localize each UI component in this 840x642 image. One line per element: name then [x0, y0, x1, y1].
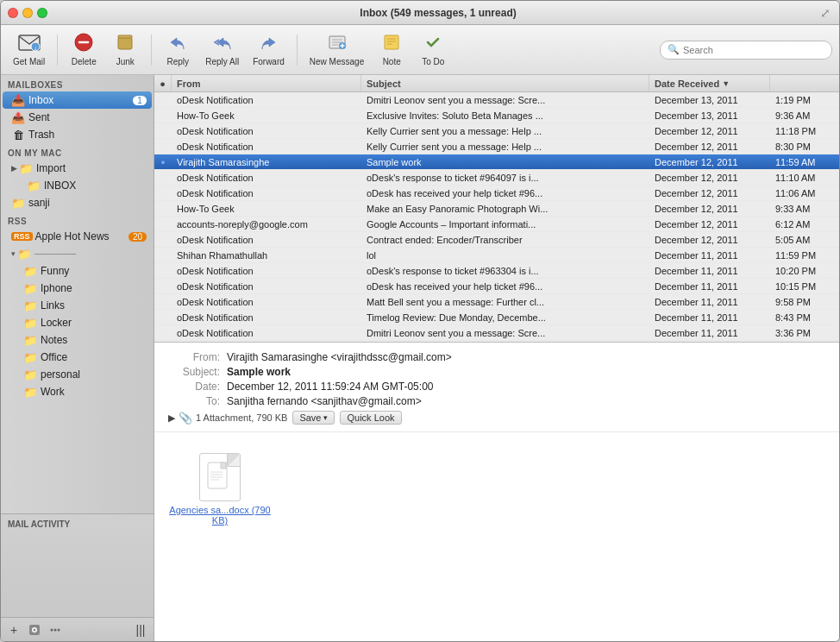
to-do-button[interactable]: To Do [414, 29, 452, 71]
time-cell: 11:10 AM [770, 173, 839, 183]
minimize-button[interactable] [22, 8, 33, 18]
table-row[interactable]: Shihan Rhamathullah lol December 11, 201… [154, 248, 839, 263]
sidebar-item-notes[interactable]: 📁 Notes [3, 331, 152, 349]
sidebar-item-inbox-local[interactable]: 📁 INBOX [3, 177, 152, 194]
date-cell: December 13, 2011 [649, 95, 770, 105]
table-row[interactable]: oDesk Notification Kelly Currier sent yo… [154, 139, 839, 154]
svg-rect-9 [118, 35, 132, 38]
sidebar-item-iphone[interactable]: 📁 Iphone [3, 280, 152, 297]
table-row[interactable]: How-To Geek Make an Easy Panoramic Photo… [154, 201, 839, 217]
forward-label: Forward [253, 57, 285, 66]
work-icon: 📁 [23, 385, 37, 399]
resize-icon: ⤢ [820, 7, 832, 19]
mail-activity-section: MAIL ACTIVITY [1, 513, 154, 617]
time-cell: 10:20 PM [770, 266, 839, 276]
disclosure-triangle[interactable]: ▶ [168, 412, 175, 424]
table-row[interactable]: oDesk Notification oDesk's response to t… [154, 170, 839, 186]
table-row[interactable]: accounts-noreply@google.com Google Accou… [154, 217, 839, 232]
table-row[interactable]: How-To Geek Exclusive Invites: Soluto Be… [154, 108, 839, 123]
sidebar-item-trash[interactable]: 🗑 Trash [3, 126, 152, 143]
from-cell: oDesk Notification [172, 126, 361, 136]
table-row[interactable]: oDesk Notification Dmitri Leonov sent yo… [154, 325, 839, 341]
reply-all-button[interactable]: Reply All [200, 29, 244, 71]
maximize-button[interactable] [37, 8, 47, 18]
subject-cell: oDesk's response to ticket #963304 is i.… [361, 266, 649, 276]
svg-point-26 [58, 628, 60, 631]
from-cell: oDesk Notification [172, 266, 361, 276]
get-mail-label: Get Mail [13, 57, 45, 66]
table-row[interactable]: oDesk Notification Dmitri Leonov sent yo… [154, 92, 839, 108]
sidebar-item-personal[interactable]: 📁 personal [3, 366, 152, 383]
table-row[interactable]: oDesk Notification Contract ended: Encod… [154, 232, 839, 248]
sidebar-item-group[interactable]: ▾ 📁 ———— [3, 245, 152, 262]
sidebar-item-apple-hot-news[interactable]: RSS Apple Hot News 20 [3, 228, 152, 245]
from-cell: oDesk Notification [172, 142, 361, 152]
toolbar: ↓ Get Mail Delete [1, 25, 839, 75]
date-cell: December 11, 2011 [649, 250, 770, 261]
toolbar-sep-3 [297, 35, 298, 66]
get-mail-button[interactable]: ↓ Get Mail [8, 29, 50, 71]
junk-label: Junk [116, 57, 135, 66]
save-button[interactable]: Save ▾ [292, 411, 335, 425]
col-date-header[interactable]: Date Received ▼ [649, 75, 770, 91]
sidebar-item-import[interactable]: ▶ 📁 Import [3, 160, 152, 177]
resize-handle[interactable]: ||| [131, 621, 150, 639]
date-cell: December 11, 2011 [649, 266, 770, 276]
file-name[interactable]: Agencies sa...docx (790 KB) [168, 505, 272, 526]
col-from-header[interactable]: From [172, 75, 361, 91]
sanji-icon: 📁 [11, 196, 25, 210]
sidebar-item-work[interactable]: 📁 Work [3, 383, 152, 400]
note-button[interactable]: Note [373, 29, 411, 71]
toolbar-sep-1 [57, 35, 58, 66]
subject-cell: Exclusive Invites: Soluto Beta Manages .… [361, 110, 649, 121]
delete-button[interactable]: Delete [65, 29, 103, 71]
inbox-label: Inbox [28, 94, 133, 106]
quick-look-button[interactable]: Quick Look [340, 411, 401, 425]
sidebar-item-office[interactable]: 📁 Office [3, 349, 152, 366]
apple-hot-news-label: Apple Hot News [35, 230, 129, 242]
reply-icon [168, 33, 187, 55]
col-subject-header[interactable]: Subject [361, 75, 649, 91]
sidebar-item-sanji[interactable]: 📁 sanji [3, 194, 152, 211]
attachment-label: 1 Attachment, 790 KB [196, 412, 287, 423]
sidebar-item-funny[interactable]: 📁 Funny [3, 262, 152, 280]
subject-cell: Kelly Currier sent you a message: Help .… [361, 142, 649, 152]
more-options-button[interactable] [46, 621, 65, 639]
funny-label: Funny [41, 265, 147, 277]
new-message-button[interactable]: New Message [304, 29, 369, 71]
svg-rect-5 [118, 37, 132, 49]
forward-button[interactable]: Forward [248, 29, 290, 71]
sidebar-scroll: MAILBOXES 📥 Inbox 1 📤 Sent 🗑 Trash ON MY… [1, 75, 154, 513]
svg-point-25 [54, 628, 57, 631]
junk-button[interactable]: Junk [106, 29, 144, 71]
add-mailbox-button[interactable]: + [4, 621, 23, 639]
links-icon: 📁 [23, 299, 37, 312]
table-row[interactable]: oDesk Notification oDesk's response to t… [154, 263, 839, 279]
mailbox-settings-button[interactable] [25, 621, 44, 639]
table-row[interactable]: WeTransfer anak.ng.tupa.2011@gmail.com h… [154, 341, 839, 342]
sidebar-item-sent[interactable]: 📤 Sent [3, 109, 152, 126]
subject-cell: oDesk has received your help ticket #96.… [361, 281, 649, 292]
locker-icon: 📁 [23, 316, 37, 330]
sidebar-item-inbox[interactable]: 📥 Inbox 1 [3, 91, 152, 109]
inbox-icon: 📥 [11, 93, 25, 107]
table-row[interactable]: oDesk Notification oDesk has received yo… [154, 186, 839, 201]
svg-point-23 [34, 628, 36, 631]
time-cell: 11:59 AM [770, 157, 839, 167]
sidebar: MAILBOXES 📥 Inbox 1 📤 Sent 🗑 Trash ON MY… [1, 75, 154, 641]
time-cell: 3:36 PM [770, 328, 839, 338]
subject-cell: Dmitri Leonov sent you a message: Scre..… [361, 95, 649, 105]
sidebar-item-locker[interactable]: 📁 Locker [3, 314, 152, 331]
sidebar-item-links[interactable]: 📁 Links [3, 297, 152, 314]
time-cell: 10:15 PM [770, 281, 839, 292]
table-row[interactable]: oDesk Notification oDesk has received yo… [154, 279, 839, 294]
close-button[interactable] [8, 8, 18, 18]
table-row[interactable]: oDesk Notification Matt Bell sent you a … [154, 294, 839, 310]
search-box: 🔍 [660, 41, 832, 60]
table-row-selected[interactable]: ● Virajith Samarasinghe Sample work Dece… [154, 154, 839, 170]
date-cell: December 12, 2011 [649, 235, 770, 245]
table-row[interactable]: oDesk Notification Kelly Currier sent yo… [154, 123, 839, 139]
table-row[interactable]: oDesk Notification Timelog Review: Due M… [154, 310, 839, 325]
search-input[interactable] [683, 45, 804, 55]
reply-button[interactable]: Reply [159, 29, 197, 71]
